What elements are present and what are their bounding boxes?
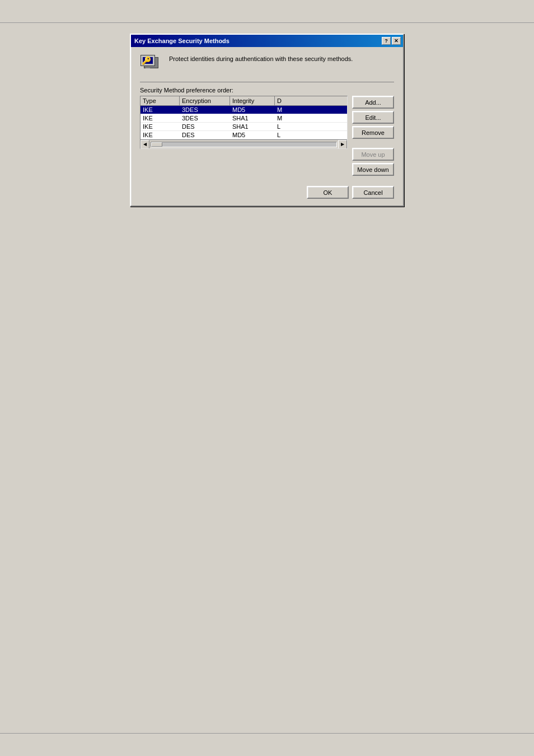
scroll-left-arrow[interactable]: ◀	[140, 140, 149, 149]
cell-type-1: IKE	[140, 114, 180, 122]
cell-int-1: SHA1	[230, 114, 275, 122]
cell-type-2: IKE	[140, 123, 180, 130]
col-integrity: Integrity	[230, 96, 275, 105]
cell-int-3: MD5	[230, 131, 275, 139]
cell-diff-2: L	[275, 123, 347, 130]
cell-type-3: IKE	[140, 131, 180, 139]
cancel-button[interactable]: Cancel	[352, 186, 394, 199]
scroll-thumb[interactable]	[151, 142, 162, 147]
dialog-title: Key Exchange Security Methods	[134, 38, 382, 44]
security-methods-table: Type Encryption Integrity D IKE 3DES MD5…	[140, 96, 348, 149]
remove-button[interactable]: Remove	[352, 126, 394, 139]
key-exchange-dialog: Key Exchange Security Methods ? ✕ 🔑 Prot…	[130, 34, 404, 207]
cell-diff-1: M	[275, 114, 347, 122]
monitor-base-icon	[146, 66, 150, 68]
edit-button[interactable]: Edit...	[352, 111, 394, 124]
cell-diff-3: L	[275, 131, 347, 139]
col-encryption: Encryption	[180, 96, 230, 105]
cell-int-2: SHA1	[230, 123, 275, 130]
button-spacer	[352, 141, 394, 146]
move-up-button[interactable]: Move up	[352, 148, 394, 161]
horizontal-scrollbar[interactable]: ◀ ▶	[140, 139, 347, 148]
add-button[interactable]: Add...	[352, 96, 394, 109]
scroll-track[interactable]	[151, 142, 337, 147]
cell-enc-3: DES	[180, 131, 230, 139]
title-bar-controls: ? ✕	[382, 37, 401, 45]
cell-diff-0: M	[275, 106, 347, 114]
key-icon: 🔑	[142, 56, 151, 65]
col-diffie: D	[275, 96, 347, 105]
content-area: Type Encryption Integrity D IKE 3DES MD5…	[140, 96, 394, 176]
table-row[interactable]: IKE DES MD5 L	[140, 131, 347, 139]
col-type: Type	[140, 96, 180, 105]
bottom-section: OK Cancel	[140, 180, 394, 199]
security-icon: 🔑	[140, 55, 162, 75]
table-row[interactable]: IKE DES SHA1 L	[140, 123, 347, 131]
cell-enc-0: 3DES	[180, 106, 230, 114]
move-down-button[interactable]: Move down	[352, 163, 394, 176]
close-button[interactable]: ✕	[392, 37, 401, 45]
pref-order-label: Security Method preference order:	[140, 87, 394, 94]
scroll-right-arrow[interactable]: ▶	[338, 140, 347, 149]
icon-area: 🔑	[140, 54, 162, 76]
cell-enc-2: DES	[180, 123, 230, 130]
ok-button[interactable]: OK	[307, 186, 349, 199]
action-buttons: Add... Edit... Remove Move up Move down	[352, 96, 394, 176]
header-description: Protect identities during authentication…	[169, 54, 353, 63]
dialog-body: 🔑 Protect identities during authenticati…	[131, 47, 403, 206]
cell-enc-1: 3DES	[180, 114, 230, 122]
title-bar: Key Exchange Security Methods ? ✕	[131, 35, 403, 47]
table-row[interactable]: IKE 3DES MD5 M	[140, 106, 347, 114]
header-section: 🔑 Protect identities during authenticati…	[140, 54, 394, 82]
cell-int-0: MD5	[230, 106, 275, 114]
cell-type-0: IKE	[140, 106, 180, 114]
table-header: Type Encryption Integrity D	[140, 96, 347, 106]
help-button[interactable]: ?	[382, 37, 391, 45]
table-row[interactable]: IKE 3DES SHA1 M	[140, 114, 347, 123]
table-body: IKE 3DES MD5 M IKE 3DES SHA1 M IKE DES	[140, 106, 347, 139]
